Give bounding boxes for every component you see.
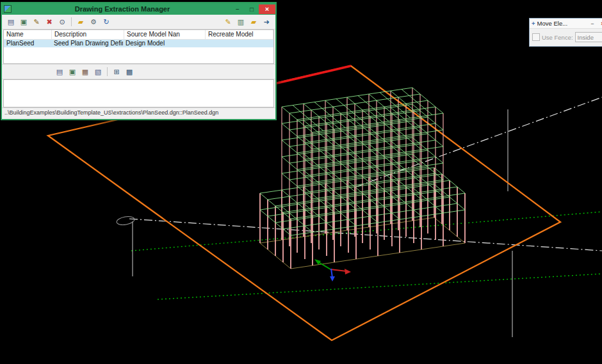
minimize-button[interactable]: − bbox=[231, 4, 245, 14]
sheet-folder-icon[interactable]: ▰ bbox=[247, 16, 260, 28]
minimize-button[interactable]: − bbox=[587, 19, 598, 28]
building-wireframe bbox=[260, 88, 465, 269]
open-folder-icon[interactable]: ▰ bbox=[74, 16, 87, 28]
move-icon: + bbox=[532, 20, 535, 27]
new-extraction-icon[interactable]: ▤ bbox=[53, 66, 66, 78]
definitions-list[interactable]: Name Description Source Model Nan Recrea… bbox=[3, 29, 274, 64]
settings-icon[interactable]: ⚙ bbox=[87, 16, 100, 28]
column-header-name[interactable]: Name bbox=[4, 30, 52, 39]
use-fence-label: Use Fence: bbox=[542, 34, 573, 41]
edit-drawing-icon[interactable]: ✎ bbox=[222, 16, 234, 28]
sheet-icon[interactable]: ▥ bbox=[234, 16, 247, 28]
fence-mode-dropdown[interactable]: Inside ▾ bbox=[575, 32, 602, 42]
app-icon bbox=[4, 5, 12, 13]
status-bar: ..\BuildingExamples\BuildingTemplate_US\… bbox=[2, 107, 275, 119]
update-icon[interactable]: ↻ bbox=[100, 16, 113, 28]
extractions-toolbar: ▤▣▦▧⊞▩ bbox=[2, 64, 275, 79]
dialog-titlebar[interactable]: Drawing Extraction Manager − □ × bbox=[2, 3, 275, 15]
definitions-toolbar: ▤▣✎✖⊙▰⚙↻✎▥▰➜ bbox=[2, 15, 275, 29]
status-path: ..\BuildingExamples\BuildingTemplate_US\… bbox=[4, 109, 218, 116]
move-tool-settings: Use Fence: Inside ▾ bbox=[530, 29, 602, 46]
copy-extraction-icon[interactable]: ▣ bbox=[66, 66, 79, 78]
delete-definition-icon[interactable]: ✖ bbox=[43, 16, 56, 28]
grid-view-icon[interactable]: ⊞ bbox=[110, 66, 123, 78]
dialog-title: Move Ele... bbox=[537, 20, 587, 27]
cell-description: Seed Plan Drawing Definition bbox=[51, 40, 123, 47]
drawing-extraction-manager-dialog: Drawing Extraction Manager − □ × ▤▣✎✖⊙▰⚙… bbox=[1, 2, 277, 120]
list-row-planseed[interactable]: PlanSeed Seed Plan Drawing Definition De… bbox=[4, 40, 273, 47]
copy-drawing-definition-icon[interactable]: ▣ bbox=[17, 16, 30, 28]
move-titlebar[interactable]: + Move Ele... − × bbox=[530, 19, 602, 29]
column-header-recreate-model[interactable]: Recreate Model bbox=[206, 30, 273, 39]
dialog-title: Drawing Extraction Manager bbox=[14, 5, 231, 13]
export-icon[interactable]: ➜ bbox=[260, 16, 273, 28]
grid-dotted-lines bbox=[131, 212, 602, 299]
cell-recreate-model bbox=[204, 40, 273, 47]
highlighted-edge bbox=[274, 66, 351, 84]
preview-icon[interactable]: ⊙ bbox=[56, 16, 69, 28]
edit-definition-icon[interactable]: ✎ bbox=[30, 16, 43, 28]
fence-mode-value: Inside bbox=[578, 34, 594, 41]
toolbar-separator bbox=[71, 17, 72, 26]
paste-extraction-icon[interactable]: ▦ bbox=[79, 66, 92, 78]
column-header-source-model[interactable]: Source Model Nan bbox=[124, 30, 206, 39]
move-elements-dialog: + Move Ele... − × Use Fence: Inside ▾ bbox=[529, 18, 602, 47]
close-button[interactable]: × bbox=[259, 4, 275, 14]
fence-edge-lines bbox=[116, 109, 512, 337]
maximize-button[interactable]: □ bbox=[245, 4, 259, 14]
extractions-list[interactable] bbox=[3, 79, 274, 107]
toolbar-separator bbox=[107, 67, 108, 76]
list-header: Name Description Source Model Nan Recrea… bbox=[4, 30, 273, 40]
rotation-handle-ellipse bbox=[116, 216, 135, 226]
duplicate-extraction-icon[interactable]: ▧ bbox=[92, 66, 104, 78]
cell-source-model: Design Model bbox=[123, 40, 204, 47]
cell-name: PlanSeed bbox=[4, 40, 51, 47]
application-window: Drawing Extraction Manager − □ × ▤▣✎✖⊙▰⚙… bbox=[0, 0, 602, 364]
new-drawing-definition-icon[interactable]: ▤ bbox=[4, 16, 17, 28]
preview-pane-icon[interactable]: ▩ bbox=[123, 66, 136, 78]
column-header-description[interactable]: Description bbox=[52, 30, 124, 39]
use-fence-checkbox[interactable] bbox=[532, 33, 540, 41]
close-button[interactable]: × bbox=[598, 19, 602, 28]
